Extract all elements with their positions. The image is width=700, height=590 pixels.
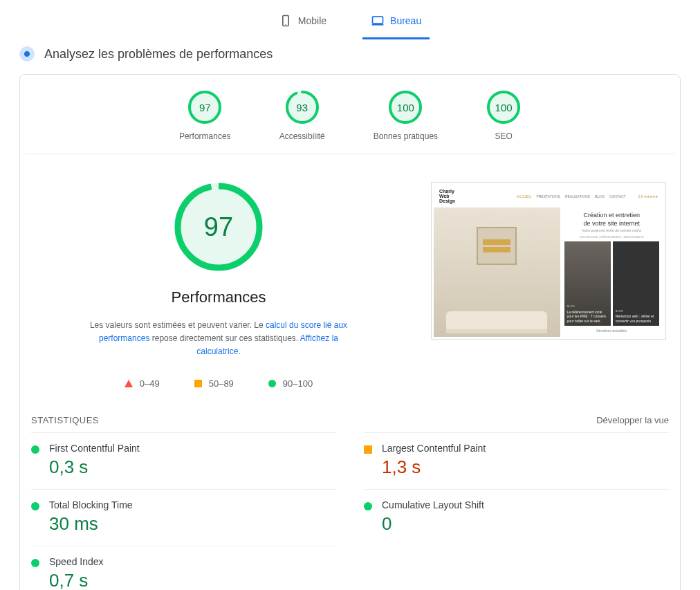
metrics-grid: First Contentful Paint 0,3 s Largest Con… (20, 432, 680, 590)
metric-body: Cumulative Layout Shift 0 (382, 499, 484, 535)
thumb-nav4: BLOG (595, 194, 605, 199)
metric-1[interactable]: Largest Contentful Paint 1,3 s (364, 432, 669, 489)
stats-header: STATISTIQUES Développer la vue (20, 405, 680, 432)
score-value: 100 (486, 90, 521, 125)
thumb-card1-tag: BLOG (567, 304, 608, 308)
legend-mid-label: 50–89 (209, 378, 234, 389)
metric-2[interactable]: Total Blocking Time 30 ms (31, 489, 336, 546)
metric-name: Speed Index (49, 556, 104, 567)
thumb-card1-text: Le référencement local pour les PME : 7 … (567, 310, 608, 324)
thumb-title1: Création et entretien (564, 212, 659, 219)
status-dot-icon (31, 445, 39, 454)
legend-high: 90–100 (268, 378, 313, 389)
metric-value: 1,3 s (382, 457, 486, 478)
circle-icon (268, 380, 276, 387)
detail-row: 97 Performances Les valeurs sont estimée… (20, 154, 680, 405)
metric-body: Speed Index 0,7 s (49, 556, 104, 590)
score-gauge: 97 (187, 90, 222, 125)
metric-body: Total Blocking Time 30 ms (49, 499, 133, 535)
disclaimer: Les valeurs sont estimées et peuvent var… (80, 319, 357, 359)
score-label: Bonnes pratiques (374, 131, 438, 141)
metric-value: 0 (382, 513, 484, 535)
tab-mobile[interactable]: Mobile (270, 8, 335, 39)
performance-big-gauge: 97 (174, 182, 264, 272)
tab-bureau-label: Bureau (390, 15, 421, 26)
thumb-card2-tag: BLOG (616, 309, 656, 313)
metric-0[interactable]: First Contentful Paint 0,3 s (31, 432, 336, 489)
thumb-title2: de votre site internet (564, 220, 659, 227)
scores-row: 97 Performances 93 Accessibilité (26, 75, 674, 154)
radar-icon (19, 46, 35, 62)
legend-mid: 50–89 (194, 378, 234, 389)
thumb-nav3: REALISATIONS (565, 194, 590, 199)
tab-bureau[interactable]: Bureau (362, 8, 430, 39)
expand-view-link[interactable]: Développer la vue (596, 415, 669, 425)
square-icon (194, 380, 202, 387)
metric-name: First Contentful Paint (49, 443, 140, 454)
desktop-icon (371, 14, 385, 28)
status-dot-icon (364, 445, 372, 454)
status-dot-icon (31, 502, 39, 510)
thumb-sub: Votre projet est entre de bonnes mains (564, 228, 659, 232)
mobile-icon (279, 14, 293, 28)
thumb-logo1: Charly (439, 189, 455, 194)
thumb-logo2: Web (439, 194, 455, 199)
status-dot-icon (364, 502, 372, 510)
stats-title: STATISTIQUES (31, 415, 99, 425)
score-legend: 0–49 50–89 90–100 (125, 378, 313, 389)
tab-mobile-label: Mobile (298, 15, 326, 26)
status-dot-icon (31, 559, 39, 567)
score-item-3[interactable]: 100 SEO (486, 90, 521, 141)
site-screenshot: CharlyWebDesign ACCUEILPRESTATIONSREALIS… (431, 182, 666, 340)
metric-value: 30 ms (49, 513, 133, 535)
thumb-stars: 5,0 ★★★★★ (638, 194, 658, 199)
score-gauge: 93 (285, 90, 320, 125)
disclaimer-text: Les valeurs sont estimées et peuvent var… (90, 320, 266, 330)
performance-big-value: 97 (174, 182, 264, 272)
score-label: Accessibilité (279, 131, 325, 141)
svg-point-1 (285, 24, 286, 25)
banner-text: Analysez les problèmes de performances (44, 47, 273, 62)
score-value: 93 (285, 90, 320, 125)
metric-body: First Contentful Paint 0,3 s (49, 443, 140, 478)
svg-rect-2 (373, 17, 383, 24)
score-value: 97 (187, 90, 222, 125)
performance-title: Performances (172, 288, 266, 306)
score-label: Performances (179, 131, 231, 141)
thumb-nav1: ACCUEIL (517, 194, 532, 199)
triangle-icon (125, 380, 133, 387)
score-gauge: 100 (486, 90, 521, 125)
metric-name: Largest Contentful Paint (382, 443, 486, 454)
thumb-footer: Dernières actualités (564, 326, 659, 333)
thumb-nav2: PRESTATIONS (536, 194, 560, 199)
legend-low-label: 0–49 (140, 378, 160, 389)
metric-name: Cumulative Layout Shift (382, 499, 484, 510)
score-label: SEO (495, 131, 512, 141)
metric-name: Total Blocking Time (49, 499, 133, 510)
metric-value: 0,7 s (49, 570, 104, 590)
disclaimer-text2: repose directement sur ces statistiques. (149, 333, 300, 343)
score-item-0[interactable]: 97 Performances (179, 90, 231, 141)
performance-detail: 97 Performances Les valeurs sont estimée… (34, 182, 403, 389)
device-tabs: Mobile Bureau (0, 0, 700, 39)
thumb-nav5: CONTACT (609, 194, 626, 199)
score-item-1[interactable]: 93 Accessibilité (279, 90, 325, 141)
metric-3[interactable]: Cumulative Layout Shift 0 (364, 489, 669, 546)
disclaimer-text3: . (238, 347, 240, 356)
report-card: 97 Performances 93 Accessibilité (19, 74, 681, 590)
score-value: 100 (388, 90, 423, 125)
metric-body: Largest Contentful Paint 1,3 s (382, 443, 486, 478)
metric-value: 0,3 s (49, 457, 140, 478)
score-item-2[interactable]: 100 Bonnes pratiques (374, 90, 438, 141)
thumb-meta: SUR-MESURE | HÉBERGEMENT | MAINTENANCE (564, 235, 659, 239)
thumb-nav: ACCUEILPRESTATIONSREALISATIONSBLOGCONTAC… (517, 194, 626, 199)
banner: Analysez les problèmes de performances (0, 39, 700, 74)
thumb-logo3: Design (439, 199, 455, 203)
legend-high-label: 90–100 (283, 378, 313, 389)
thumb-card2-text: Rédaction web : attirer et convertir vos… (616, 314, 656, 323)
legend-low: 0–49 (125, 378, 160, 389)
score-gauge: 100 (388, 90, 423, 125)
metric-4[interactable]: Speed Index 0,7 s (31, 546, 336, 590)
